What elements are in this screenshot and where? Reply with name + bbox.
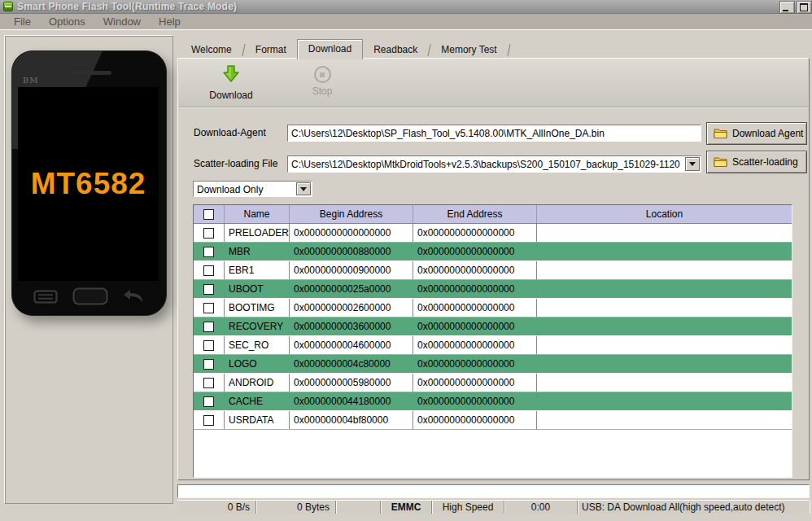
- toolbar: Download Stop: [179, 59, 808, 107]
- location-cell[interactable]: [537, 336, 792, 354]
- partition-name: RECOVERY: [225, 317, 290, 335]
- row-checkbox[interactable]: [203, 322, 214, 332]
- row-checkbox[interactable]: [203, 396, 214, 407]
- tab-download[interactable]: Download: [297, 39, 363, 59]
- row-checkbox[interactable]: [203, 378, 214, 388]
- maximize-icon[interactable]: [797, 1, 812, 14]
- download-button-label: Download: [192, 90, 270, 101]
- begin-address: 0x0000000005980000: [290, 374, 413, 392]
- location-cell[interactable]: [537, 411, 792, 429]
- end-address: 0x0000000000000000: [413, 280, 537, 298]
- download-agent-label: Download-Agent: [194, 125, 266, 141]
- table-row[interactable]: PRELOADER 0x0000000000000000 0x000000000…: [194, 224, 792, 243]
- begin-address: 0x0000000044180000: [290, 392, 413, 410]
- location-cell[interactable]: [537, 374, 792, 392]
- partition-name: USRDATA: [225, 411, 290, 429]
- partition-name: CACHE: [225, 392, 290, 410]
- phone-screen: MT6582: [18, 87, 159, 281]
- column-header-begin-address[interactable]: Begin Address: [290, 205, 413, 223]
- tab-readback[interactable]: Readback: [363, 42, 428, 59]
- location-cell[interactable]: [537, 392, 792, 410]
- location-cell[interactable]: [537, 243, 792, 260]
- scatter-file-combobox[interactable]: C:\Users\12\Desktop\MtkDroidTools+v2.5.3…: [287, 155, 701, 173]
- phone-home-button: [72, 287, 108, 305]
- table-row[interactable]: BOOTIMG 0x0000000002600000 0x00000000000…: [194, 299, 792, 317]
- row-checkbox[interactable]: [203, 415, 214, 426]
- row-checkbox[interactable]: [203, 228, 214, 239]
- partition-name: PRELOADER: [225, 224, 290, 242]
- table-row[interactable]: MBR 0x0000000000880000 0x000000000000000…: [194, 243, 792, 261]
- table-row[interactable]: USRDATA 0x000000004bf80000 0x00000000000…: [194, 411, 792, 430]
- table-row[interactable]: RECOVERY 0x0000000003600000 0x0000000000…: [194, 317, 792, 336]
- begin-address: 0x0000000003600000: [290, 317, 413, 335]
- end-address: 0x0000000000000000: [413, 261, 537, 279]
- download-agent-input[interactable]: C:\Users\12\Desktop\SP_Flash_Tool_v5.140…: [287, 125, 701, 142]
- folder-icon: [714, 157, 727, 168]
- row-checkbox[interactable]: [203, 303, 214, 313]
- row-checkbox[interactable]: [203, 359, 214, 370]
- stop-button: Stop: [283, 64, 361, 97]
- menu-options[interactable]: Options: [40, 15, 94, 28]
- end-address: 0x0000000000000000: [413, 392, 537, 410]
- window-title: Smart Phone Flash Tool(Runtime Trace Mod…: [17, 1, 237, 12]
- download-agent-button-label: Download Agent: [732, 128, 803, 139]
- status-bar: 0 B/s 0 Bytes EMMC High Speed 0:00 USB: …: [177, 500, 810, 514]
- minimize-icon[interactable]: [779, 1, 795, 14]
- table-row[interactable]: LOGO 0x0000000004c80000 0x00000000000000…: [194, 355, 792, 374]
- progress-bar: [177, 484, 810, 498]
- table-row[interactable]: EBR1 0x0000000000900000 0x00000000000000…: [194, 261, 792, 280]
- menu-file[interactable]: File: [5, 15, 40, 28]
- end-address: 0x0000000000000000: [413, 317, 537, 335]
- partition-name: ANDROID: [225, 374, 290, 392]
- status-storage-type: EMMC: [381, 501, 432, 514]
- mode-dropdown-icon[interactable]: [296, 182, 311, 195]
- status-usb-mode: USB: DA Download All(high speed,auto det…: [578, 501, 810, 514]
- row-checkbox[interactable]: [203, 265, 214, 276]
- location-cell[interactable]: [537, 317, 792, 335]
- begin-address: 0x0000000002600000: [290, 299, 413, 317]
- table-row[interactable]: ANDROID 0x0000000005980000 0x00000000000…: [194, 374, 792, 392]
- table-header-row: Name Begin Address End Address Location: [194, 205, 792, 224]
- begin-address: 0x00000000025a0000: [290, 280, 413, 298]
- begin-address: 0x0000000000900000: [290, 261, 413, 279]
- tab-format[interactable]: Format: [245, 42, 297, 59]
- download-mode-combobox[interactable]: Download Only: [193, 181, 312, 197]
- location-cell[interactable]: [537, 280, 792, 298]
- column-header-end-address[interactable]: End Address: [413, 205, 537, 223]
- end-address: 0x0000000000000000: [413, 336, 537, 354]
- menu-window[interactable]: Window: [94, 15, 150, 28]
- partition-name: SEC_RO: [225, 336, 290, 354]
- location-cell[interactable]: [537, 355, 792, 373]
- tab-memory-test[interactable]: Memory Test: [430, 42, 507, 59]
- table-row[interactable]: UBOOT 0x00000000025a0000 0x0000000000000…: [194, 280, 792, 299]
- table-row[interactable]: CACHE 0x0000000044180000 0x0000000000000…: [194, 392, 792, 411]
- phone-brand-label: BM: [23, 76, 39, 85]
- location-cell[interactable]: [537, 299, 792, 317]
- column-header-location[interactable]: Location: [537, 205, 792, 223]
- scatter-dropdown-icon[interactable]: [685, 157, 700, 171]
- select-all-checkbox[interactable]: [203, 209, 214, 220]
- download-agent-browse-button[interactable]: Download Agent: [706, 122, 807, 145]
- begin-address: 0x0000000000880000: [290, 243, 413, 260]
- stop-button-label: Stop: [283, 85, 361, 97]
- download-button[interactable]: Download: [192, 64, 270, 101]
- location-cell[interactable]: [537, 261, 792, 279]
- phone-image: BM MT6582: [11, 50, 167, 316]
- scatter-loading-browse-button[interactable]: Scatter-loading: [706, 151, 807, 173]
- scatter-button-label: Scatter-loading: [732, 156, 798, 168]
- status-bytes: 0 Bytes: [256, 501, 336, 514]
- device-preview-panel: BM MT6582: [5, 36, 173, 504]
- table-row[interactable]: SEC_RO 0x0000000004600000 0x000000000000…: [194, 336, 792, 355]
- row-checkbox[interactable]: [203, 284, 214, 295]
- column-header-name[interactable]: Name: [225, 205, 290, 223]
- end-address: 0x0000000000000000: [413, 243, 537, 260]
- row-checkbox[interactable]: [203, 247, 214, 257]
- scatter-file-value: C:\Users\12\Desktop\MtkDroidTools+v2.5.3…: [291, 159, 680, 170]
- row-checkbox[interactable]: [203, 340, 214, 351]
- menu-help[interactable]: Help: [150, 15, 190, 28]
- partition-name: BOOTIMG: [225, 299, 290, 317]
- partition-table: Name Begin Address End Address Location …: [193, 204, 792, 478]
- location-cell[interactable]: [537, 224, 792, 242]
- download-tab-page: Download Stop Download-Agent C:\Users\12…: [177, 58, 810, 480]
- tab-welcome[interactable]: Welcome: [181, 42, 242, 59]
